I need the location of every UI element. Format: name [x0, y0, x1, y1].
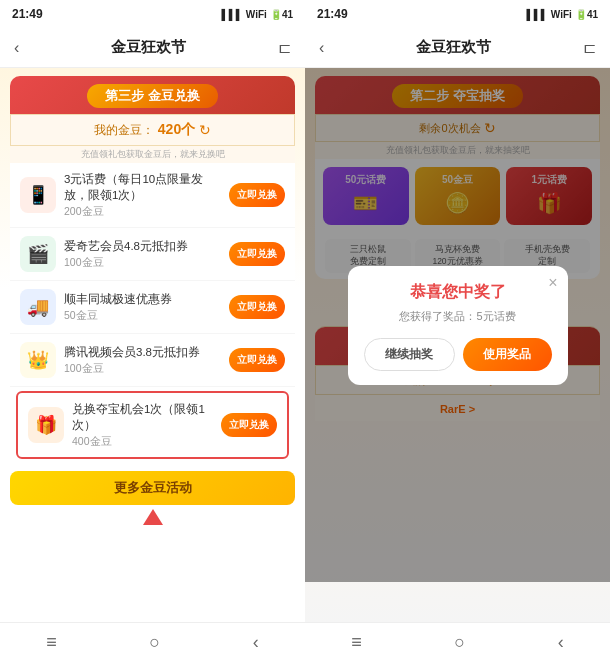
item-title-1: 爱奇艺会员4.8元抵扣券 [64, 238, 221, 254]
nav-title-left: 金豆狂欢节 [111, 38, 186, 57]
gold-count-left: 420个 [158, 121, 195, 139]
exchange-item-1: 🎬 爱奇艺会员4.8元抵扣券 100金豆 立即兑换 [10, 228, 295, 281]
refresh-icon-left[interactable]: ↻ [199, 122, 211, 138]
status-bar-right: 21:49 ▌▌▌ WiFi 🔋41 [305, 0, 610, 28]
home-icon-left[interactable]: ○ [149, 632, 160, 653]
nav-bar-right: ‹ 金豆狂欢节 ⊏ [305, 28, 610, 68]
item-info-0: 3元话费（每日10点限量发放，限领1次） 200金豆 [64, 171, 221, 219]
exchange-btn-4[interactable]: 立即兑换 [221, 413, 277, 437]
item-info-4: 兑换夺宝机会1次（限领1次） 400金豆 [72, 401, 213, 449]
item-title-0: 3元话费（每日10点限量发放，限领1次） [64, 171, 221, 203]
popup-close-btn[interactable]: × [548, 274, 557, 292]
arrow-up-icon [143, 509, 163, 525]
exchange-item-3: 👑 腾讯视频会员3.8元抵扣券 100金豆 立即兑换 [10, 334, 295, 387]
bottom-nav-right: ≡ ○ ‹ [305, 622, 610, 662]
item-cost-2: 50金豆 [64, 309, 221, 323]
back-icon-right[interactable]: ‹ [558, 632, 564, 653]
item-cost-1: 100金豆 [64, 256, 221, 270]
gold-label-left: 我的金豆： [94, 122, 154, 139]
item-title-3: 腾讯视频会员3.8元抵扣券 [64, 344, 221, 360]
item-info-3: 腾讯视频会员3.8元抵扣券 100金豆 [64, 344, 221, 376]
item-cost-0: 200金豆 [64, 205, 221, 219]
exchange-item-2: 🚚 顺丰同城极速优惠券 50金豆 立即兑换 [10, 281, 295, 334]
battery-left: 🔋41 [270, 9, 293, 20]
item-info-2: 顺丰同城极速优惠券 50金豆 [64, 291, 221, 323]
left-content: 第三步 金豆兑换 我的金豆： 420个 ↻ 充值领礼包获取金豆后，就来兑换吧 📱… [0, 68, 305, 622]
arrow-indicator [0, 509, 305, 529]
exchange-list: 📱 3元话费（每日10点限量发放，限领1次） 200金豆 立即兑换 🎬 爱奇艺会… [10, 163, 295, 463]
exchange-item-highlighted: 🎁 兑换夺宝机会1次（限领1次） 400金豆 立即兑换 [16, 391, 289, 459]
signal-icon-left: ▌▌▌ [222, 9, 243, 20]
back-button-left[interactable]: ‹ [14, 39, 19, 57]
popup-box: × 恭喜您中奖了 您获得了奖品：5元话费 继续抽奖 使用奖品 [348, 266, 568, 385]
time-right: 21:49 [317, 7, 348, 21]
signal-icon-right: ▌▌▌ [527, 9, 548, 20]
exchange-btn-3[interactable]: 立即兑换 [229, 348, 285, 372]
share-button-right[interactable]: ⊏ [583, 38, 596, 57]
gold-sub-left: 充值领礼包获取金豆后，就来兑换吧 [10, 146, 295, 163]
right-phone-screen: 21:49 ▌▌▌ WiFi 🔋41 ‹ 金豆狂欢节 ⊏ 第二步 夺宝抽奖 剩余… [305, 0, 610, 662]
exchange-btn-1[interactable]: 立即兑换 [229, 242, 285, 266]
item-icon-3: 👑 [20, 342, 56, 378]
item-title-4: 兑换夺宝机会1次（限领1次） [72, 401, 213, 433]
item-icon-4: 🎁 [28, 407, 64, 443]
popup-continue-btn[interactable]: 继续抽奖 [364, 338, 455, 371]
home-icon-right[interactable]: ○ [454, 632, 465, 653]
exchange-btn-2[interactable]: 立即兑换 [229, 295, 285, 319]
right-content: 第二步 夺宝抽奖 剩余0次机会 ↻ 充值领礼包获取金豆后，就来抽奖吧 50元话费… [305, 68, 610, 622]
exchange-item-0: 📱 3元话费（每日10点限量发放，限领1次） 200金豆 立即兑换 [10, 163, 295, 228]
step3-label-left: 第三步 金豆兑换 [87, 84, 218, 108]
battery-right: 🔋41 [575, 9, 598, 20]
nav-bar-left: ‹ 金豆狂欢节 ⊏ [0, 28, 305, 68]
time-left: 21:49 [12, 7, 43, 21]
exchange-item-4: 🎁 兑换夺宝机会1次（限领1次） 400金豆 立即兑换 [18, 393, 287, 457]
wifi-icon-right: WiFi [551, 9, 572, 20]
gold-info-bar-left: 我的金豆： 420个 ↻ [10, 114, 295, 146]
item-icon-2: 🚚 [20, 289, 56, 325]
item-info-1: 爱奇艺会员4.8元抵扣券 100金豆 [64, 238, 221, 270]
item-cost-3: 100金豆 [64, 362, 221, 376]
popup-subtitle: 您获得了奖品：5元话费 [364, 309, 552, 324]
nav-title-right: 金豆狂欢节 [416, 38, 491, 57]
item-title-2: 顺丰同城极速优惠券 [64, 291, 221, 307]
bottom-nav-left: ≡ ○ ‹ [0, 622, 305, 662]
item-icon-0: 📱 [20, 177, 56, 213]
item-icon-1: 🎬 [20, 236, 56, 272]
status-bar-left: 21:49 ▌▌▌ WiFi 🔋41 [0, 0, 305, 28]
popup-overlay: × 恭喜您中奖了 您获得了奖品：5元话费 继续抽奖 使用奖品 [305, 68, 610, 582]
left-phone-screen: 21:49 ▌▌▌ WiFi 🔋41 ‹ 金豆狂欢节 ⊏ 第三步 金豆兑换 我的… [0, 0, 305, 662]
back-button-right[interactable]: ‹ [319, 39, 324, 57]
more-activities-banner[interactable]: 更多金豆活动 [10, 471, 295, 505]
back-icon-left[interactable]: ‹ [253, 632, 259, 653]
popup-title: 恭喜您中奖了 [364, 282, 552, 303]
menu-icon-right[interactable]: ≡ [351, 632, 362, 653]
wifi-icon-left: WiFi [246, 9, 267, 20]
status-icons-left: ▌▌▌ WiFi 🔋41 [222, 9, 293, 20]
popup-buttons: 继续抽奖 使用奖品 [364, 338, 552, 371]
exchange-btn-0[interactable]: 立即兑换 [229, 183, 285, 207]
menu-icon-left[interactable]: ≡ [46, 632, 57, 653]
item-cost-4: 400金豆 [72, 435, 213, 449]
share-button-left[interactable]: ⊏ [278, 38, 291, 57]
popup-use-btn[interactable]: 使用奖品 [463, 338, 552, 371]
status-icons-right: ▌▌▌ WiFi 🔋41 [527, 9, 598, 20]
step3-header-left: 第三步 金豆兑换 [10, 76, 295, 114]
